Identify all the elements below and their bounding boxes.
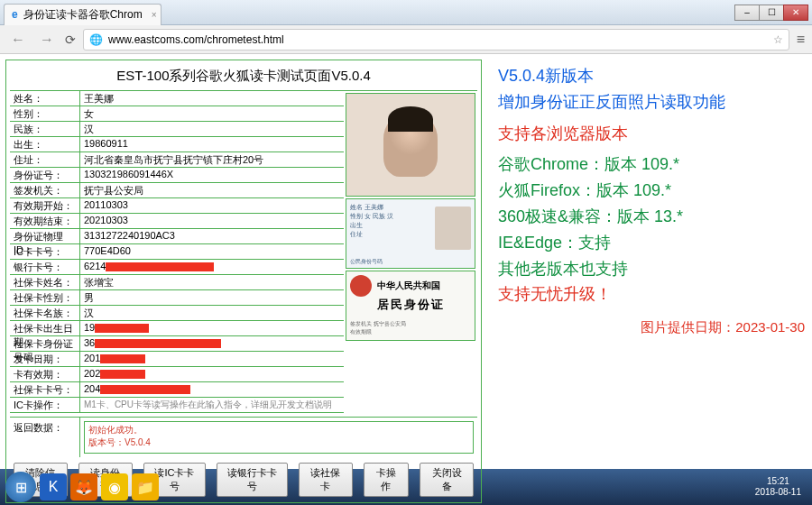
tab-title: 身份证读卡器谷歌Chrom — [23, 7, 143, 23]
field-row: 签发机关：抚宁县公安局 — [10, 183, 344, 198]
field-label: 住址： — [10, 152, 80, 167]
reload-button[interactable]: ⟳ — [65, 32, 76, 47]
field-value: 3131272240190AC3 — [80, 229, 344, 243]
field-value: 19 — [80, 321, 344, 335]
field-value: 汉 — [80, 122, 344, 136]
field-value: 201 — [80, 352, 344, 366]
action-button[interactable]: 读银行卡卡号 — [217, 463, 288, 497]
side-360: 360极速&兼容：版本 13.* — [498, 204, 805, 230]
action-button[interactable]: 读社保卡 — [299, 463, 353, 497]
field-row: 身份证物理ID：3131272240190AC3 — [10, 229, 344, 244]
field-row: IC卡操作：M1卡、CPU卡等读写操作在此输入指令，详细见开发文档说明 — [10, 398, 344, 413]
national-emblem-icon — [350, 275, 372, 297]
id-back-country: 中华人民共和国 — [377, 280, 440, 290]
side-chrome: 谷歌Chrome：版本 109.* — [498, 152, 805, 178]
window-titlebar: e 身份证读卡器谷歌Chrom × – ☐ ✕ — [0, 0, 812, 25]
field-row: 民族：汉 — [10, 122, 344, 137]
bookmark-star-icon[interactable]: ☆ — [773, 33, 783, 46]
url-text: www.eastcoms.com/chrometest.html — [108, 33, 284, 46]
minimize-button[interactable]: – — [734, 5, 760, 21]
field-label: 发卡日期： — [10, 352, 80, 366]
field-label: 社保卡身份证号码： — [10, 336, 80, 351]
taskbar-app-1[interactable]: K — [40, 473, 67, 500]
field-value: 6214 — [80, 260, 344, 274]
window-controls: – ☐ ✕ — [735, 5, 808, 21]
page-content: EST-100系列谷歌火狐读卡测试页面V5.0.4 姓名：王美娜性别：女民族：汉… — [0, 54, 812, 469]
field-value: 抚宁县公安局 — [80, 183, 344, 197]
field-value: 河北省秦皇岛市抚宁县抚宁镇下庄村20号 — [80, 152, 344, 167]
field-label: 身份证号： — [10, 168, 80, 182]
side-ie-edge: IE&Edge：支持 — [498, 230, 805, 256]
field-label: 有效期开始： — [10, 198, 80, 213]
id-back-doc: 居民身份证 — [377, 298, 445, 311]
address-bar: ← → ⟳ 🌐 www.eastcoms.com/chrometest.html… — [0, 25, 812, 54]
field-value: 130321986091446X — [80, 168, 344, 182]
field-label: 社保卡名族： — [10, 306, 80, 320]
field-label: 卡有效期： — [10, 367, 80, 381]
close-tab-icon[interactable]: × — [152, 10, 157, 20]
maximize-button[interactable]: ☐ — [759, 5, 784, 21]
side-feature: 增加身份证正反面照片读取功能 — [498, 89, 805, 115]
field-value: 20210303 — [80, 214, 344, 228]
field-row: 卡有效期：202 — [10, 367, 344, 382]
action-button[interactable]: 卡操作 — [364, 463, 409, 497]
field-label: 银行卡号： — [10, 260, 80, 274]
data-table: 姓名：王美娜性别：女民族：汉出生：19860911住址：河北省秦皇岛市抚宁县抚宁… — [10, 91, 344, 413]
field-label: 有效期结束： — [10, 214, 80, 228]
field-value: 36 — [80, 336, 344, 351]
browser-tab[interactable]: e 身份证读卡器谷歌Chrom × — [4, 4, 161, 25]
start-button[interactable]: ⊞ — [5, 472, 36, 502]
field-value: M1卡、CPU卡等读写操作在此输入指令，详细见开发文档说明 — [80, 398, 344, 412]
field-value: 张增宝 — [80, 275, 344, 289]
field-row: 银行卡号：6214 — [10, 260, 344, 275]
system-clock[interactable]: 15:212018-08-11 — [755, 476, 807, 498]
id-card-back: 中华人民共和国 居民身份证 签发机关 抚宁县公安局有效期限 — [346, 271, 475, 341]
field-label: 社保卡姓名： — [10, 275, 80, 289]
photo-column: 姓名 王美娜性别 女 民族 汉出生住址 公民身份号码 中华人民共和国 居民身份证… — [344, 91, 477, 413]
field-label: 身份证物理ID： — [10, 229, 80, 243]
field-label: 姓名： — [10, 91, 80, 106]
field-label: 签发机关： — [10, 183, 80, 197]
globe-icon: 🌐 — [89, 33, 103, 46]
field-label: 社保卡卡号： — [10, 382, 80, 397]
close-window-button[interactable]: ✕ — [783, 5, 808, 21]
field-label: 出生： — [10, 137, 80, 152]
browser-menu-icon[interactable]: ≡ — [797, 32, 805, 48]
field-row: 住址：河北省秦皇岛市抚宁县抚宁镇下庄村20号 — [10, 152, 344, 168]
field-row: 社保卡名族：汉 — [10, 306, 344, 321]
field-label: IC卡操作： — [10, 398, 80, 412]
return-data-box: 初始化成功。版本号：V5.0.4 — [84, 421, 474, 454]
forward-button[interactable]: → — [36, 32, 58, 48]
field-row: 有效期开始：20110303 — [10, 198, 344, 214]
field-label: 社保卡出生日期： — [10, 321, 80, 335]
back-button[interactable]: ← — [7, 32, 29, 48]
field-value: 20110303 — [80, 198, 344, 213]
taskbar-chrome-icon[interactable]: ◉ — [101, 473, 128, 500]
id-photo — [346, 93, 475, 197]
taskbar-firefox-icon[interactable]: 🦊 — [70, 473, 97, 500]
field-row: 社保卡出生日期：19 — [10, 321, 344, 336]
side-upgrade: 支持无忧升级！ — [498, 281, 805, 308]
field-row: 社保卡姓名：张增宝 — [10, 275, 344, 290]
field-row: 发卡日期：201 — [10, 352, 344, 367]
taskbar-folder-icon[interactable]: 📁 — [132, 473, 159, 500]
field-value: 王美娜 — [80, 91, 344, 106]
url-input[interactable]: 🌐 www.eastcoms.com/chrometest.html ☆ — [83, 29, 789, 50]
field-value: 202 — [80, 367, 344, 381]
field-value: 女 — [80, 106, 344, 121]
side-support-heading: 支持各浏览器版本 — [498, 121, 805, 147]
return-data-label: 返回数据： — [10, 418, 80, 457]
field-label: IC卡卡号： — [10, 244, 80, 259]
side-legacy: 其他老版本也支持 — [498, 256, 805, 282]
field-row: IC卡卡号：770E4D60 — [10, 244, 344, 260]
field-row: 社保卡卡号：204 — [10, 382, 344, 398]
id-front-photo — [435, 207, 471, 250]
field-label: 性别： — [10, 106, 80, 121]
field-row: 社保卡身份证号码：36 — [10, 336, 344, 352]
info-sidebar: V5.0.4新版本 增加身份证正反面照片读取功能 支持各浏览器版本 谷歌Chro… — [487, 54, 812, 469]
field-row: 社保卡性别：男 — [10, 290, 344, 306]
field-value: 19860911 — [80, 137, 344, 152]
side-date: 图片提供日期：2023-01-30 — [498, 317, 805, 338]
action-button[interactable]: 关闭设备 — [420, 463, 474, 497]
field-row: 有效期结束：20210303 — [10, 214, 344, 229]
